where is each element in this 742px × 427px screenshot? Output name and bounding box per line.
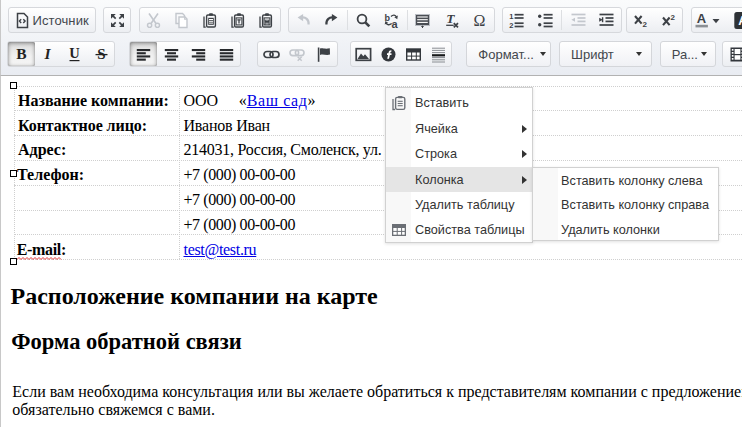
- svg-text:2: 2: [671, 13, 676, 22]
- svg-text:2: 2: [643, 20, 648, 29]
- svg-text:Ω: Ω: [474, 12, 486, 29]
- svg-text:A: A: [738, 14, 742, 28]
- svg-text:U: U: [69, 46, 80, 61]
- svg-text:2: 2: [509, 20, 513, 28]
- svg-text:A: A: [697, 11, 707, 26]
- svg-text:B: B: [16, 46, 26, 62]
- svg-text:b: b: [385, 12, 391, 22]
- svg-text:a: a: [392, 17, 399, 29]
- svg-text:I: I: [44, 46, 52, 62]
